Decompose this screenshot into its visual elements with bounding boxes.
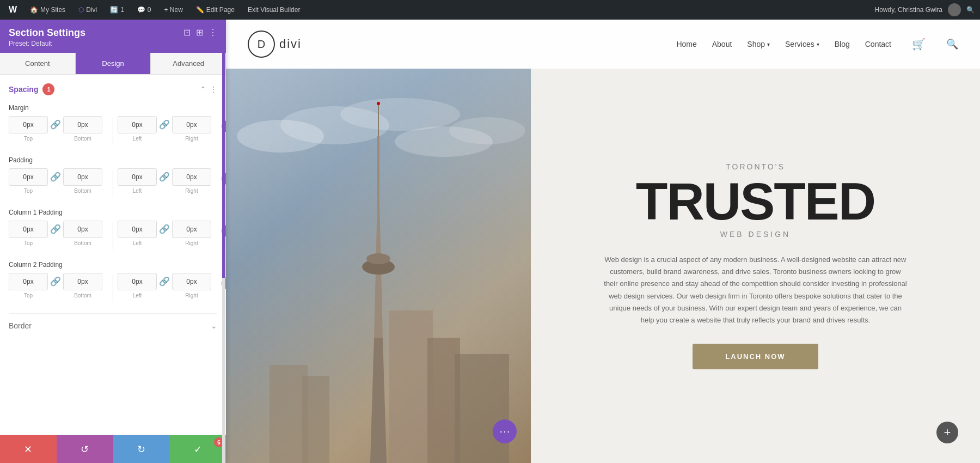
col1-top-input[interactable] — [9, 221, 48, 238]
cart-icon[interactable]: 🛒 — [912, 38, 926, 51]
admin-bar-right: Howdy, Christina Gwira 🔍 — [875, 3, 975, 16]
padding-right-input[interactable] — [172, 168, 211, 186]
site-logo: D divi — [248, 31, 302, 58]
tab-advanced[interactable]: Advanced — [151, 53, 226, 74]
col1-right-group: Right — [172, 221, 211, 246]
margin-right-label: Right — [185, 136, 198, 142]
margin-bottom-input[interactable] — [63, 116, 102, 133]
col2-padding-label: Column 2 Padding — [9, 261, 217, 269]
col1-link-left[interactable]: 🔗 — [50, 224, 61, 243]
col1-link-right[interactable]: 🔗 — [159, 224, 170, 243]
floating-plus-button[interactable]: + — [936, 422, 958, 443]
border-section-header[interactable]: Border ⌄ — [9, 321, 217, 330]
col1-left-input[interactable] — [118, 221, 157, 238]
menu-item-services[interactable]: Services ▾ — [785, 40, 819, 48]
hero-subtitle-top: TORONTO'S — [726, 162, 785, 171]
cn-tower-illustration — [226, 69, 531, 463]
col2-top-label: Top — [24, 293, 33, 298]
redo-button[interactable]: ↻ — [113, 435, 170, 463]
col2-left-input[interactable] — [118, 273, 157, 290]
col2-left-label: Left — [133, 293, 142, 298]
spacing-section-icons: ⌃ ⋮ — [200, 85, 217, 94]
svg-point-13 — [366, 253, 390, 264]
padding-left-pair: Top 🔗 Bottom — [9, 168, 108, 194]
tab-content[interactable]: Content — [0, 53, 76, 74]
col1-bottom-input[interactable] — [63, 221, 102, 238]
col2-link-left[interactable]: 🔗 — [50, 276, 61, 295]
spacing-more-icon[interactable]: ⋮ — [210, 85, 217, 94]
search-icon[interactable]: 🔍 — [946, 38, 958, 50]
exit-builder-button[interactable]: Exit Visual Builder — [244, 6, 304, 14]
menu-item-shop[interactable]: Shop ▾ — [747, 40, 770, 48]
col1-right-input[interactable] — [172, 221, 211, 238]
site-nav: D divi Home About Shop ▾ Services ▾ — [226, 20, 980, 69]
vertical-bar-fill — [222, 0, 225, 278]
more-icon[interactable]: ⋮ — [209, 27, 217, 38]
margin-divider — [113, 118, 113, 145]
col2-padding-row: Top 🔗 Bottom Left 🔗 — [9, 273, 217, 302]
save-button[interactable]: ✓ 6 — [169, 435, 226, 463]
margin-bottom-label: Bottom — [74, 136, 91, 142]
divi-menu[interactable]: ⬡ Divi — [75, 6, 100, 14]
col1-padding-row: Top 🔗 Bottom Left 🔗 — [9, 221, 217, 250]
svg-point-4 — [340, 98, 460, 131]
wp-logo[interactable]: W — [5, 5, 20, 15]
menu-item-home[interactable]: Home — [676, 40, 696, 48]
spacing-step-badge: 1 — [42, 83, 54, 95]
padding-top-label: Top — [24, 188, 33, 194]
col2-top-input[interactable] — [9, 273, 48, 290]
panel-tabs: Content Design Advanced — [0, 53, 226, 75]
col1-divider — [113, 223, 113, 250]
my-sites-menu[interactable]: 🏠 My Sites — [27, 6, 69, 14]
columns-icon[interactable]: ⊞ — [196, 27, 203, 38]
col1-bottom-group: Bottom — [63, 221, 102, 246]
margin-left-input[interactable] — [118, 116, 157, 133]
padding-right-label: Right — [185, 188, 198, 194]
padding-left-input[interactable] — [118, 168, 157, 186]
col2-bottom-input[interactable] — [63, 273, 102, 290]
padding-row: Top 🔗 Bottom Left 🔗 — [9, 168, 217, 198]
col1-top-label: Top — [24, 240, 33, 246]
margin-top-input[interactable] — [9, 116, 48, 133]
margin-top-group: Top — [9, 116, 48, 142]
padding-right-pair: Left 🔗 Right — [118, 168, 217, 194]
hero-title: TRUSTED — [636, 175, 875, 228]
svg-point-3 — [449, 117, 525, 144]
padding-top-input[interactable] — [9, 168, 48, 186]
col2-right-input[interactable] — [172, 273, 211, 290]
collapse-icon[interactable]: ⌃ — [200, 85, 206, 94]
menu-item-blog[interactable]: Blog — [835, 40, 850, 48]
padding-right-group: Right — [172, 168, 211, 194]
cancel-button[interactable]: ✕ — [0, 435, 57, 463]
margin-row: Top 🔗 Bottom Left 🔗 — [9, 116, 217, 145]
svg-point-16 — [377, 102, 380, 105]
col2-right-group: Right — [172, 273, 211, 298]
menu-item-about[interactable]: About — [712, 40, 732, 48]
comments-count[interactable]: 🔄 1 — [107, 6, 127, 14]
margin-link-left[interactable]: 🔗 — [50, 119, 61, 138]
panel-title-area: Section Settings Preset: Default — [9, 27, 85, 47]
padding-left-label: Left — [133, 188, 142, 194]
edit-page-button[interactable]: ✏️ Edit Page — [193, 6, 238, 14]
hero-body-text: Web design is a crucial aspect of any mo… — [603, 254, 908, 326]
margin-right-input[interactable] — [172, 116, 211, 133]
padding-bottom-input[interactable] — [63, 168, 102, 186]
col2-link-right[interactable]: 🔗 — [159, 276, 170, 295]
padding-link-left[interactable]: 🔗 — [50, 172, 61, 191]
launch-now-button[interactable]: LAUNCH NOW — [693, 344, 818, 369]
undo-button[interactable]: ↺ — [57, 435, 113, 463]
col1-right-label: Right — [185, 240, 198, 246]
menu-item-contact[interactable]: Contact — [865, 40, 891, 48]
panel-preset[interactable]: Preset: Default — [9, 40, 85, 47]
new-comments[interactable]: 💬 0 — [134, 6, 155, 14]
tab-design[interactable]: Design — [76, 53, 151, 74]
logo-circle: D — [248, 31, 275, 58]
search-icon[interactable]: 🔍 — [966, 6, 975, 14]
fullscreen-icon[interactable]: ⊡ — [183, 27, 191, 38]
margin-link-right[interactable]: 🔗 — [159, 119, 170, 138]
margin-left-group: Left — [118, 116, 157, 142]
new-button[interactable]: + New — [161, 6, 186, 14]
svg-rect-5 — [389, 310, 433, 463]
padding-link-right[interactable]: 🔗 — [159, 172, 170, 191]
floating-dots-button[interactable]: ⋯ — [493, 419, 517, 443]
